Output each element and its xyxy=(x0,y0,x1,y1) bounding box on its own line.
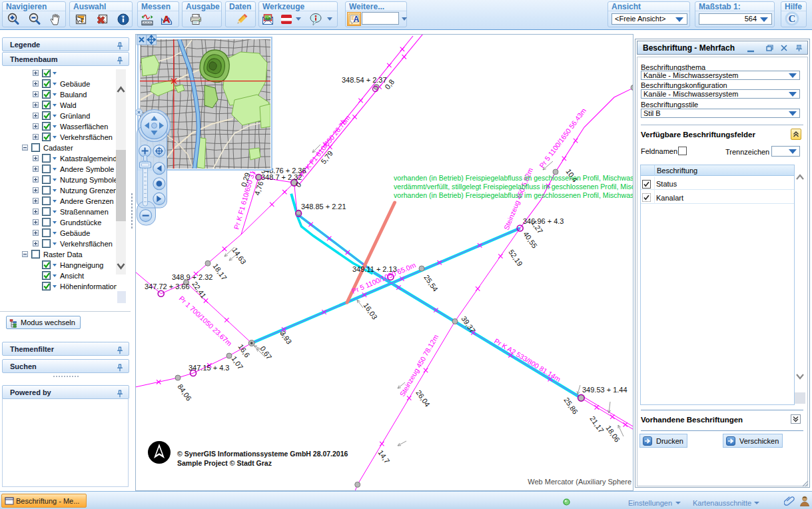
svg-text:349.11 + 2.13: 349.11 + 2.13 xyxy=(352,265,397,273)
svg-text:346.96 + 4.3: 346.96 + 4.3 xyxy=(523,217,564,225)
svg-text:349.53 + 1.44: 349.53 + 1.44 xyxy=(582,386,627,394)
svg-text:348.9 + 2.32: 348.9 + 2.32 xyxy=(172,273,212,281)
svg-text:C: C xyxy=(789,13,796,24)
svg-text:verdämmt/verfüllt, stillgelegt: verdämmt/verfüllt, stillgelegt Freispieg… xyxy=(394,183,633,191)
svg-text:© SynerGIS Informationssysteme: © SynerGIS Informationssysteme GmbH 28.0… xyxy=(177,450,348,458)
svg-text:vorhanden (in Betrieb) Freispi: vorhanden (in Betrieb) Freispiegelabflus… xyxy=(394,174,633,182)
svg-text:A: A xyxy=(354,15,360,24)
svg-text:vorhanden (in Betrieb) Freispi: vorhanden (in Betrieb) Freispiegelabflus… xyxy=(394,191,633,199)
svg-text:347.72 + 3.66: 347.72 + 3.66 xyxy=(145,282,190,290)
svg-text:347.15 + 4.3: 347.15 + 4.3 xyxy=(189,364,229,372)
svg-text:Web Mercator (Auxiliary Sphere: Web Mercator (Auxiliary Sphere xyxy=(528,478,631,486)
svg-text:Sample Project © Stadt Graz: Sample Project © Stadt Graz xyxy=(177,459,272,467)
svg-text:348.7 + 2.32: 348.7 + 2.32 xyxy=(261,173,302,181)
svg-text:348.54 + 2.37: 348.54 + 2.37 xyxy=(342,76,387,84)
svg-text:348.85 + 2.21: 348.85 + 2.21 xyxy=(301,203,346,211)
svg-text:A: A xyxy=(163,13,171,25)
